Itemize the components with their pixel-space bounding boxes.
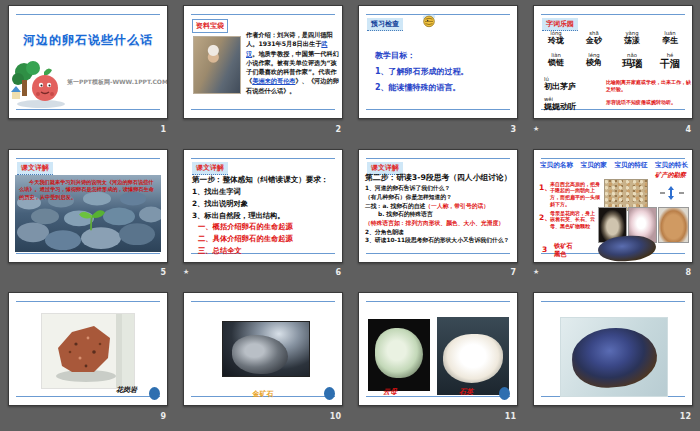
slide-thumbnail-4[interactable]: 字词乐园 lóng玲珑 shā金砂 yàng荡漾 luán孪生 liàn锁链 l… [533,5,693,119]
mascot-illustration [11,58,67,108]
slide-thumbnail-10[interactable]: 金矿石 [183,292,343,406]
presentation-title: 河边的卵石说些什么话 [9,32,167,49]
slide-3: 预习检查 教学目标： 1、了解卵石形成的过程。 2、能读懂特 [359,6,517,118]
section-tag: 资料宝袋 [192,19,228,33]
word: 玲珑 [544,36,568,46]
rock-shape [232,335,289,374]
top-rule [16,158,160,159]
slide-thumbnail-1[interactable]: 河边的卵石说些什么话 [8,5,168,119]
step-item: 3、标出自然段，理出结构。 [192,210,338,222]
photo-caption: 云母 [383,387,397,397]
discussion-item: b. 找卵石的特殊语言 [365,210,514,219]
granite-photo [41,313,135,389]
slide-11: 云母 石英 [359,293,517,405]
slide-thumbnail-9[interactable]: 花岗岩 [8,292,168,406]
slide-number: 5 [160,268,166,277]
slide-1: 河边的卵石说些什么话 [9,6,167,118]
slide-number: 4 [685,125,691,134]
slide-thumbnail-5[interactable]: 课文详解 [8,149,168,263]
step-item: 1、找出生字词 [192,186,338,198]
idiom-1-note: 比喻刚离开家庭或学校，出来工作，缺乏经验。 [606,79,692,93]
slide-footer: 7 [358,264,516,282]
column-header: 宝贝的家 [581,161,607,170]
discussion-item: 2、分角色朗读 [365,228,514,237]
column-header: 宝贝的特长 [655,161,688,170]
step1-instructions: 第一步：整体感知（纠错读课文）要求： 1、找出生字词 2、找出说明对象 3、标出… [192,174,338,257]
word-col: luán孪生 [658,30,682,46]
nav-button [149,387,160,400]
teaching-goals: 教学目标： 1、了解卵石形成的过程。 2、能读懂特殊的语言。 [375,48,469,96]
row-2-description: 母亲是花岗岩，身上嵌着石英、长石、云母、黑色矿物颗粒 [550,210,596,230]
goal-item: 1、了解卵石形成的过程。 [375,64,469,80]
slide-sorter-view: 河边的卵石说些什么话 [0,0,700,431]
top-rule [541,301,685,302]
intro-text: 作者介绍：刘兴诗，是四川德阳人。1931年5月8日出生于 [246,31,333,47]
slide-footer: 11 [358,407,516,425]
top-rule [16,301,160,302]
slide-number: 3 [510,125,516,134]
slide-footer: ★ 6 [183,264,341,282]
goal-item: 2、能读懂特殊的语言。 [375,80,469,96]
slide-thumbnail-6[interactable]: 课文详解 第一步：整体感知（纠错读课文）要求： 1、找出生字词 2、找出说明对象… [183,149,343,263]
slide-grid: 河边的卵石说些什么话 [0,0,700,431]
section-tag: 预习检查 [367,18,403,31]
word: 干涸 [658,58,682,70]
pebble-shape [569,324,659,390]
word: 棱角 [582,58,606,68]
nav-button [499,387,510,400]
slide-number: 10 [330,412,341,421]
slide-thumbnail-12[interactable] [533,292,693,406]
idiom-2: wěi 娓娓动听 [544,96,576,112]
discussion-item: 1、河道的卵石告诉了我们什么？ [365,184,514,193]
slide-thumbnail-3[interactable]: 预习检查 教学目标： 1、了解卵石形成的过程。 2、能读懂特 [358,5,518,119]
treasure-table-headers: 宝贝的名称 宝贝的家 宝贝的特征 宝贝的特长 [540,161,688,170]
idiom-1: lú 初出茅庐 [544,76,576,92]
section-tag: 课文详解 [17,162,53,175]
slide-5: 课文详解 [9,150,167,262]
top-rule [541,158,685,159]
slide-cell: 字词乐园 lóng玲珑 shā金砂 yàng荡漾 luán孪生 liàn锁链 l… [525,0,700,144]
slide-cell: 12 [525,287,700,431]
step2-instructions: 第二步：研读3-9段思考（四人小组讨论） 1、河道的卵石告诉了我们什么？ （有几… [365,172,514,246]
discussion-item: （有几种卵石）你是怎样知道的？ [365,193,514,202]
outline-item: 二、具体介绍卵石的生命起源 [192,233,338,245]
bottom-rule [366,109,510,110]
slide-footer: 3 [358,120,516,138]
slide-thumbnail-8[interactable]: 宝贝的名称 宝贝的家 宝贝的特征 宝贝的特长 矿产的勘察 1、 来自西北高原的，… [533,149,693,263]
word-row-1: lóng玲珑 shā金砂 yàng荡漾 luán孪生 [544,30,682,46]
slide-footer: 5 [8,264,166,282]
find-task-note: （一人称，带引号的话） [425,203,489,209]
slide-cell: 花岗岩 9 [0,287,175,431]
word-col: shā金砂 [582,30,606,46]
photo-caption: 花岗岩 [116,385,137,395]
idiom-text: 初出茅庐 [544,82,576,92]
slide-8: 宝贝的名称 宝贝的家 宝贝的特征 宝贝的特长 矿产的勘察 1、 来自西北高原的，… [534,150,692,262]
slide-cell: 课文详解 第一步：整体感知（纠错读课文）要求： 1、找出生字词 2、找出说明对象… [175,144,350,288]
slide-number: 12 [680,412,691,421]
slide-cell: 课文详解 第二步：研读3-9段思考（四人小组讨论） 1、河道的卵石告诉了我们什么… [350,144,525,288]
slide-cell: 河边的卵石说些什么话 [0,0,175,144]
find-task: 二找：a. 找卵石的自述 [365,203,425,209]
author-intro-text: 作者介绍：刘兴诗，是四川德阳人。1931年5月8日出生于武汉。地质学教授，中国第… [246,30,339,95]
top-rule [191,14,335,15]
link-book-title: 美洲来的哥伦布 [252,77,295,84]
bee-icon [421,13,437,32]
slide-9: 花岗岩 [9,293,167,405]
slide-thumbnail-2[interactable]: 资料宝袋 作者介绍：刘兴诗，是四川德阳人。1931年5月8日出生于武汉。地质学教… [183,5,343,119]
slide-footer: ★ 4 [533,120,691,138]
word-col: nǎo玛瑙 [620,52,644,70]
top-rule [191,301,335,302]
slide-thumbnail-11[interactable]: 云母 石英 [358,292,518,406]
lesson-intro-overlay: 今天我们就来学习刘兴诗的说明文《河边的卵石说些什么话》。通过学习，懂得卵石是怎样… [19,179,158,202]
slide-footer: ★ 8 [533,264,691,282]
word-col: liàn锁链 [544,52,568,70]
slide-7: 课文详解 第二步：研读3-9段思考（四人小组讨论） 1、河道的卵石告诉了我们什么… [359,150,517,262]
slide-number: 8 [685,268,691,277]
transition-star-icon: ★ [533,126,539,133]
row-1-description: 来自西北高原的，把身子隆起的一面朝向上方，而把扁平的一头倾斜下方。 [550,181,600,208]
word: 玛瑙 [620,58,644,70]
step-heading: 第二步：研读3-9段思考（四人小组讨论） [365,172,514,184]
slide-thumbnail-7[interactable]: 课文详解 第二步：研读3-9段思考（四人小组讨论） 1、河道的卵石告诉了我们什么… [358,149,518,263]
slide-number: 7 [510,268,516,277]
slide-footer: 9 [8,407,166,425]
